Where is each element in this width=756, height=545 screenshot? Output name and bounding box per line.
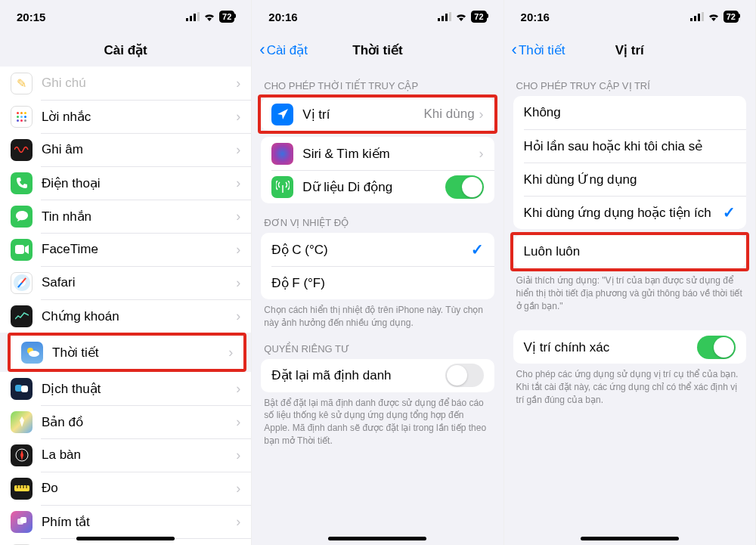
location-icon <box>271 104 293 125</box>
wifi-icon <box>455 11 467 23</box>
settings-row-maps[interactable]: Bản đồ › <box>0 405 251 438</box>
chevron-right-icon: › <box>236 175 240 191</box>
option-while-using-app[interactable]: Khi dùng Ứng dụng <box>513 163 746 196</box>
battery-indicator: 72 <box>723 11 739 23</box>
footer-explain: Giải thích ứng dụng: "Vị trí của bạn đượ… <box>504 270 755 312</box>
svg-rect-18 <box>442 16 444 21</box>
precise-location-toggle[interactable] <box>697 336 736 359</box>
settings-row-shortcuts[interactable]: Phím tắt › <box>0 505 251 538</box>
antenna-icon <box>271 176 293 198</box>
svg-rect-2 <box>194 14 196 21</box>
status-time: 20:16 <box>521 11 550 23</box>
reminders-icon <box>11 106 33 128</box>
section-header-access: CHO PHÉP THỜI TIẾT TRUY CẬP <box>252 67 503 96</box>
svg-rect-19 <box>445 14 448 21</box>
highlight-location: Vị trí Khi dùng › <box>258 94 497 134</box>
svg-rect-23 <box>698 14 700 21</box>
notes-icon: ✎ <box>11 73 33 94</box>
chevron-left-icon: ‹ <box>512 42 517 58</box>
chevron-right-icon: › <box>236 109 240 125</box>
maps-icon <box>11 411 33 433</box>
settings-row-safari[interactable]: Safari › <box>0 266 251 299</box>
section-header-access: CHO PHÉP TRUY CẬP VỊ TRÍ <box>504 67 755 96</box>
option-while-using-app-or-widgets[interactable]: Khi dùng ứng dụng hoặc tiện ích ✓ <box>513 196 746 229</box>
chevron-right-icon: › <box>236 447 240 463</box>
battery-indicator: 72 <box>219 11 234 23</box>
stocks-icon <box>11 305 33 327</box>
chevron-right-icon: › <box>236 142 240 158</box>
row-location[interactable]: Vị trí Khi dùng › <box>261 98 494 131</box>
settings-row-weather[interactable]: Thời tiết › <box>11 336 243 369</box>
nav-bar: ‹ Thời tiết Vị trí <box>504 33 755 67</box>
row-mobile-data[interactable]: Dữ liệu Di động <box>261 170 494 203</box>
reset-identifier-toggle[interactable] <box>445 364 484 387</box>
screen-settings: 20:15 72 Cài đặt ✎ Ghi chú › Lời nh <box>0 0 252 545</box>
chevron-right-icon: › <box>479 107 484 122</box>
chevron-right-icon: › <box>236 209 240 225</box>
footer-temp: Chọn cách hiển thị nhiệt độ trên iPhone … <box>252 299 503 330</box>
back-button[interactable]: ‹ Thời tiết <box>512 42 565 58</box>
svg-rect-24 <box>702 12 704 21</box>
cellular-icon <box>690 11 704 23</box>
siri-icon <box>271 143 293 165</box>
status-bar: 20:16 72 <box>504 0 755 33</box>
mobile-data-toggle[interactable] <box>445 175 484 199</box>
cellular-icon <box>438 11 451 23</box>
page-title: Cài đặt <box>104 42 147 58</box>
location-value: Khi dùng <box>423 107 474 122</box>
settings-row-facetime[interactable]: FaceTime › <box>0 233 251 266</box>
cellular-icon <box>186 11 200 23</box>
status-bar: 20:16 72 <box>252 0 503 33</box>
screen-weather-settings: 20:16 72 ‹ Cài đặt Thời tiết CHO PHÉP TH… <box>252 0 503 545</box>
settings-row-reminders[interactable]: Lời nhắc › <box>0 100 251 133</box>
svg-rect-16 <box>20 517 26 523</box>
chevron-right-icon: › <box>236 76 240 91</box>
chevron-right-icon: › <box>236 414 240 430</box>
highlight-always: Luôn luôn <box>510 232 749 271</box>
wifi-icon <box>203 11 215 23</box>
chevron-right-icon: › <box>236 242 240 258</box>
chevron-right-icon: › <box>236 275 240 291</box>
messages-icon <box>11 206 33 228</box>
status-time: 20:16 <box>268 11 297 23</box>
svg-rect-0 <box>186 18 188 21</box>
status-indicators: 72 <box>438 11 486 23</box>
voicememos-icon <box>11 139 33 161</box>
page-title: Vị trí <box>615 42 644 58</box>
settings-row-stocks[interactable]: Chứng khoán › <box>0 299 251 333</box>
row-fahrenheit[interactable]: Độ F (°F) <box>261 266 494 299</box>
section-header-privacy: QUYỀN RIÊNG TƯ <box>252 330 503 359</box>
settings-row-phone[interactable]: Điện thoại › <box>0 166 251 200</box>
settings-row-measure[interactable]: Đo › <box>0 472 251 505</box>
svg-rect-17 <box>438 18 440 21</box>
status-time: 20:15 <box>17 11 45 23</box>
row-reset-identifier[interactable]: Đặt lại mã định danh <box>261 359 494 392</box>
status-indicators: 72 <box>690 11 739 23</box>
option-never[interactable]: Không <box>513 96 746 129</box>
wifi-icon <box>708 11 720 23</box>
settings-row-messages[interactable]: Tin nhắn › <box>0 200 251 233</box>
row-precise-location[interactable]: Vị trí chính xác <box>513 330 746 364</box>
weather-icon <box>21 342 43 364</box>
svg-rect-21 <box>690 18 692 21</box>
row-celsius[interactable]: Độ C (°C) ✓ <box>261 233 494 266</box>
home-indicator[interactable] <box>328 537 426 540</box>
option-always[interactable]: Luôn luôn <box>513 235 746 268</box>
settings-row-voicememos[interactable]: Ghi âm › <box>0 133 251 166</box>
status-indicators: 72 <box>186 11 234 23</box>
row-siri[interactable]: Siri & Tìm kiếm › <box>261 137 494 170</box>
settings-row-translate[interactable]: Dịch thuật › <box>0 372 251 405</box>
settings-row-notes[interactable]: ✎ Ghi chú › <box>0 67 251 100</box>
translate-icon <box>11 378 33 400</box>
section-header-temp: ĐƠN VỊ NHIỆT ĐỘ <box>252 203 503 233</box>
home-indicator[interactable] <box>581 537 679 540</box>
chevron-right-icon: › <box>479 146 484 162</box>
battery-indicator: 72 <box>471 11 486 23</box>
back-button[interactable]: ‹ Cài đặt <box>259 42 308 58</box>
safari-icon <box>11 272 33 294</box>
svg-rect-4 <box>15 245 24 254</box>
settings-row-compass[interactable]: La bàn › <box>0 438 251 472</box>
option-ask-next-time[interactable]: Hỏi lần sau hoặc khi tôi chia sẻ <box>513 129 746 163</box>
footer-privacy: Bật để đặt lại mã định danh được sử dụng… <box>252 392 503 447</box>
home-indicator[interactable] <box>76 537 175 540</box>
